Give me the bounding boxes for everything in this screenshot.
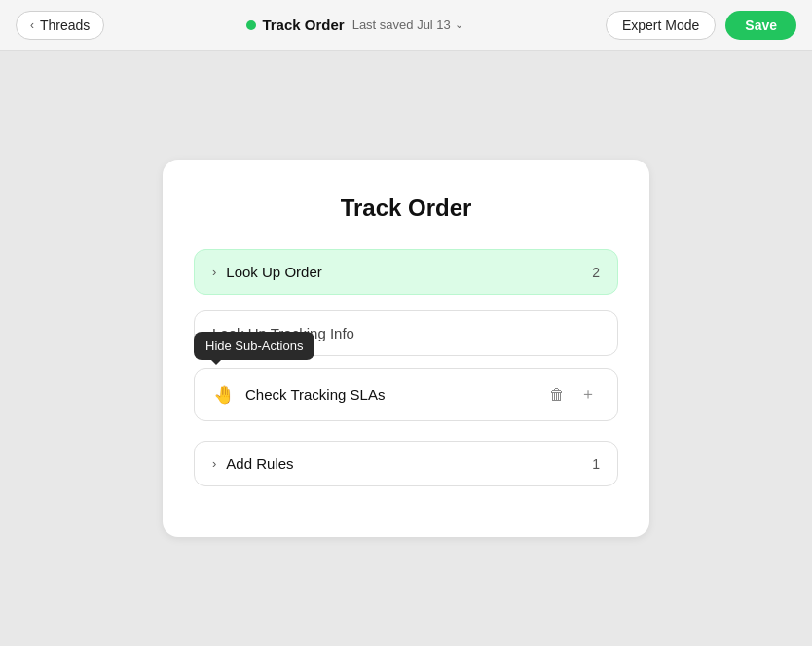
- back-label: Threads: [40, 18, 90, 33]
- app-header: ‹ Threads Track Order Last saved Jul 13 …: [0, 0, 812, 51]
- workflow-card: Track Order › Look Up Order 2 Look Up Tr…: [163, 160, 649, 537]
- card-title: Track Order: [194, 195, 618, 222]
- hand-icon: 🤚: [212, 384, 236, 406]
- expert-mode-button[interactable]: Expert Mode: [606, 11, 716, 40]
- header-right: Expert Mode Save: [606, 11, 796, 40]
- chevron-right-icon-2: ›: [212, 456, 216, 471]
- saved-label: Last saved Jul 13: [352, 18, 451, 32]
- look-up-tracking-info-label: Look Up Tracking Info: [212, 325, 600, 341]
- add-rules-label: Add Rules: [226, 455, 582, 472]
- chevron-left-icon: ‹: [30, 18, 34, 32]
- look-up-tracking-info-row[interactable]: Look Up Tracking Info: [194, 310, 618, 356]
- workflow-title-badge: Track Order: [246, 17, 344, 33]
- chevron-right-icon: ›: [212, 265, 216, 279]
- sub-action-wrapper: Hide Sub-Actions 🤚 Check Tracking SLAs 🗑…: [194, 368, 618, 421]
- workflow-title: Track Order: [262, 17, 344, 33]
- plus-icon: ＋: [580, 384, 596, 405]
- look-up-order-badge: 2: [592, 265, 600, 280]
- add-icon-button[interactable]: ＋: [576, 382, 600, 407]
- delete-icon-button[interactable]: 🗑: [545, 384, 569, 406]
- saved-info[interactable]: Last saved Jul 13 ⌄: [352, 18, 463, 32]
- add-rules-row[interactable]: › Add Rules 1: [194, 441, 618, 486]
- row-action-icons: 🗑 ＋: [545, 382, 600, 407]
- save-label: Save: [745, 18, 777, 33]
- expert-mode-label: Expert Mode: [622, 18, 699, 33]
- main-content: Track Order › Look Up Order 2 Look Up Tr…: [0, 51, 812, 646]
- look-up-order-row[interactable]: › Look Up Order 2: [194, 249, 618, 295]
- look-up-order-label: Look Up Order: [226, 264, 582, 280]
- check-tracking-slas-row[interactable]: 🤚 Check Tracking SLAs 🗑 ＋: [194, 368, 618, 421]
- back-button[interactable]: ‹ Threads: [16, 11, 104, 40]
- status-dot: [246, 20, 256, 30]
- add-rules-badge: 1: [592, 456, 600, 472]
- check-tracking-slas-label: Check Tracking SLAs: [245, 386, 535, 403]
- chevron-down-icon: ⌄: [455, 18, 463, 31]
- header-center: Track Order Last saved Jul 13 ⌄: [116, 17, 594, 33]
- save-button[interactable]: Save: [725, 11, 796, 40]
- trash-icon: 🗑: [549, 386, 565, 404]
